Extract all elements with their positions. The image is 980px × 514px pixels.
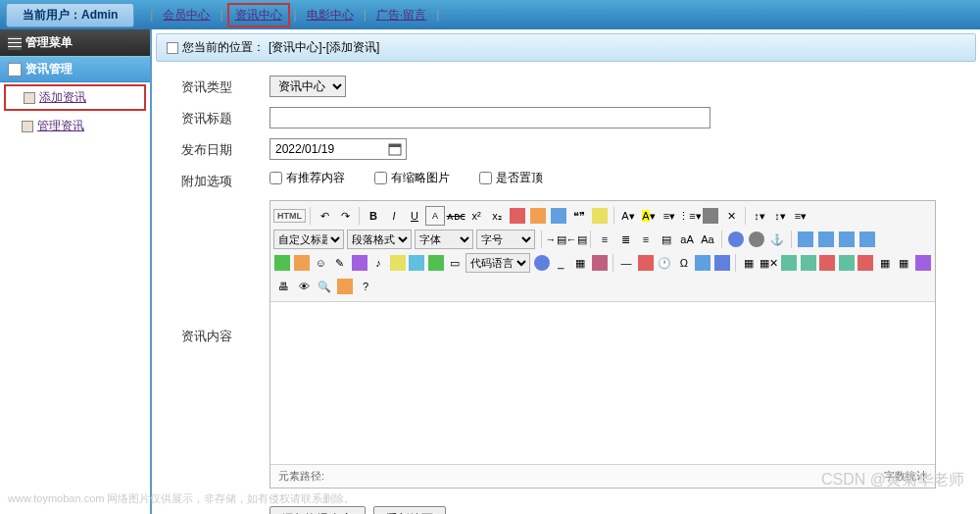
- tab-movie-center[interactable]: 电影中心: [301, 5, 360, 26]
- removeformat-icon[interactable]: [508, 206, 527, 226]
- deletecol-icon[interactable]: [857, 253, 875, 273]
- selectall-icon[interactable]: [701, 206, 720, 226]
- element-path: 元素路径:: [278, 469, 324, 484]
- news-title-input[interactable]: [270, 107, 710, 128]
- label-content: 资讯内容: [181, 200, 270, 345]
- checkbox-recommend[interactable]: 有推荐内容: [270, 170, 345, 186]
- music-icon[interactable]: ♪: [369, 253, 388, 273]
- gmap-icon[interactable]: [427, 253, 446, 273]
- subscript-icon[interactable]: x₂: [487, 206, 507, 226]
- lineheight-icon[interactable]: ≡▾: [791, 206, 810, 226]
- print-icon[interactable]: 🖶: [273, 277, 293, 296]
- redo-icon[interactable]: ↷: [335, 206, 355, 226]
- imageright-icon[interactable]: [837, 230, 857, 249]
- blockquote-icon[interactable]: ❝❞: [569, 206, 589, 226]
- justifyleft-icon[interactable]: ≡: [595, 230, 614, 249]
- tab-news-center[interactable]: 资讯中心: [227, 3, 290, 27]
- link-icon[interactable]: [726, 230, 746, 249]
- touppercase-icon[interactable]: aA: [677, 230, 697, 249]
- justifyfull-icon[interactable]: ▤: [657, 230, 676, 249]
- deletetable-icon[interactable]: ▦✕: [760, 253, 779, 273]
- strikethrough-icon[interactable]: ᴀʙᴄ: [446, 206, 466, 226]
- watermark-toymoban: www.toymoban.com 网络图片仅供展示，非存储，如有侵权请联系删除。: [8, 491, 355, 506]
- searchreplace-icon[interactable]: 🔍: [315, 277, 334, 296]
- custom-heading-select[interactable]: 自定义标题: [273, 230, 344, 249]
- charts-icon[interactable]: [914, 253, 933, 273]
- cleardoc-icon[interactable]: ✕: [721, 206, 741, 226]
- rowspacingbottom-icon[interactable]: ↕▾: [770, 206, 790, 226]
- map-icon[interactable]: [408, 253, 426, 273]
- insertol-icon[interactable]: ≡▾: [660, 206, 679, 226]
- tolowercase-icon[interactable]: Aa: [698, 230, 717, 249]
- bold-icon[interactable]: B: [364, 206, 383, 226]
- underline-icon[interactable]: U: [405, 206, 424, 226]
- unlink-icon[interactable]: [747, 230, 766, 249]
- template-icon[interactable]: ▦: [571, 253, 590, 273]
- horizontal-icon[interactable]: —: [617, 253, 636, 273]
- insertcol-icon[interactable]: [837, 253, 856, 273]
- rowspacingtop-icon[interactable]: ↕▾: [750, 206, 769, 226]
- attachment-icon[interactable]: [388, 253, 407, 273]
- insertframe-icon[interactable]: ▭: [446, 253, 465, 273]
- tab-member-center[interactable]: 会员中心: [157, 5, 216, 26]
- insertrow-icon[interactable]: [799, 253, 817, 273]
- sidebar-section-news[interactable]: 资讯管理: [0, 56, 150, 82]
- pasteplain-icon[interactable]: [590, 206, 610, 226]
- editor-content-area[interactable]: [270, 302, 935, 464]
- indent-icon[interactable]: →▤: [546, 230, 565, 249]
- time-icon[interactable]: 🕐: [656, 253, 674, 273]
- checkbox-sticky[interactable]: 是否置顶: [479, 170, 543, 186]
- html-source-button[interactable]: HTML: [273, 209, 306, 223]
- justifycenter-icon[interactable]: ≣: [615, 230, 635, 249]
- italic-icon[interactable]: I: [384, 206, 404, 226]
- anchor-icon[interactable]: ⚓: [767, 230, 787, 249]
- pagebreak-icon[interactable]: ⎯: [552, 253, 570, 273]
- insertimage-icon[interactable]: [293, 253, 312, 273]
- emotion-icon[interactable]: ☺: [312, 253, 330, 273]
- backcolor-icon[interactable]: A▾: [639, 206, 659, 226]
- codelang-select[interactable]: 代码语言: [466, 253, 530, 273]
- background-icon[interactable]: [590, 253, 609, 273]
- sidebar-item-manage-news[interactable]: 管理资讯: [0, 113, 150, 139]
- fontsize-select[interactable]: 字号: [476, 230, 535, 249]
- simpleupload-icon[interactable]: [273, 253, 292, 273]
- forecolor-icon[interactable]: A▾: [618, 206, 638, 226]
- imagecenter-icon[interactable]: [858, 230, 877, 249]
- reset-button[interactable]: 重新填写: [373, 506, 446, 514]
- insertvideo-icon[interactable]: [350, 253, 368, 273]
- news-type-select[interactable]: 资讯中心: [270, 76, 346, 97]
- deleterow-icon[interactable]: [818, 253, 837, 273]
- fontborder-icon[interactable]: A: [425, 206, 445, 226]
- spechars-icon[interactable]: Ω: [674, 253, 693, 273]
- superscript-icon[interactable]: x²: [466, 206, 486, 226]
- wordimage-icon[interactable]: [713, 253, 732, 273]
- mergecells-icon[interactable]: ▦: [875, 253, 894, 273]
- outdent-icon[interactable]: ←▤: [566, 230, 586, 249]
- publish-date-input[interactable]: [270, 138, 407, 160]
- watermark-csdn: CSDN @黄菊华老师: [821, 470, 964, 490]
- snapscreen-icon[interactable]: [694, 253, 712, 273]
- insertul-icon[interactable]: ⋮≡▾: [680, 206, 700, 226]
- sidebar-item-add-news[interactable]: 添加资讯: [4, 84, 146, 111]
- scrawl-icon[interactable]: ✎: [331, 253, 350, 273]
- webapp-icon[interactable]: [533, 253, 552, 273]
- imageleft-icon[interactable]: [816, 230, 836, 249]
- date-icon[interactable]: [636, 253, 655, 273]
- insertparagraphbefore-icon[interactable]: [780, 253, 799, 273]
- submit-button[interactable]: 添加资讯内容: [270, 506, 366, 514]
- undo-icon[interactable]: ↶: [315, 206, 334, 226]
- tab-ads-messages[interactable]: 广告·留言: [370, 5, 432, 26]
- justifyright-icon[interactable]: ≡: [636, 230, 656, 249]
- page-icon: [22, 121, 33, 132]
- imagenone-icon[interactable]: [796, 230, 815, 249]
- drafts-icon[interactable]: [335, 277, 355, 296]
- preview-icon[interactable]: 👁: [294, 277, 314, 296]
- font-select[interactable]: 字体: [415, 230, 473, 249]
- splittocells-icon[interactable]: ▦: [895, 253, 913, 273]
- checkbox-thumbnail[interactable]: 有缩略图片: [374, 170, 450, 186]
- autotypeset-icon[interactable]: [549, 206, 568, 226]
- inserttable-icon[interactable]: ▦: [740, 253, 759, 273]
- formatmatch-icon[interactable]: [528, 206, 548, 226]
- paragraph-select[interactable]: 段落格式: [347, 230, 412, 249]
- help-icon[interactable]: ?: [356, 277, 375, 296]
